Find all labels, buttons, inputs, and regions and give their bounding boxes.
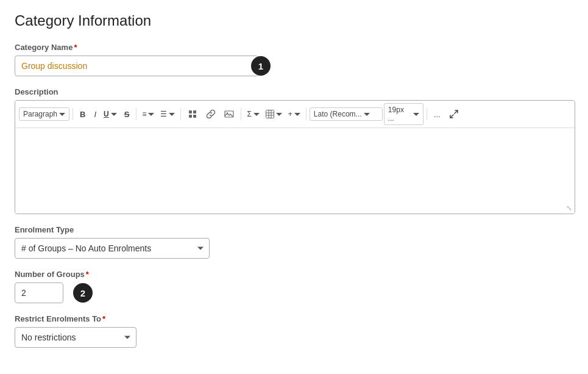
embed-button[interactable] [184, 107, 201, 121]
paragraph-chevron-icon [59, 113, 65, 116]
restrict-enrolments-group: Restrict Enrolments To* No restrictions … [15, 314, 573, 348]
number-of-groups-group: Number of Groups* 2 [15, 270, 573, 303]
size-select[interactable]: 19px ... [384, 103, 423, 125]
fullscreen-button[interactable] [445, 107, 462, 121]
fullscreen-icon [449, 109, 459, 119]
restrict-enrolments-select[interactable]: No restrictions Role based Group based [15, 327, 136, 348]
step-badge-2: 2 [73, 283, 93, 303]
enrolment-type-group: Enrolment Type # of Groups – No Auto Enr… [15, 225, 573, 259]
table-select[interactable] [263, 108, 285, 120]
restrict-enrolments-select-wrapper: No restrictions Role based Group based [15, 327, 136, 348]
image-icon [224, 109, 234, 119]
number-of-groups-wrapper: 2 [15, 282, 93, 303]
toolbar-divider-1 [73, 108, 73, 120]
toolbar-divider-2 [136, 108, 136, 120]
insert-chevron-icon [294, 113, 300, 116]
category-name-label: Category Name* [15, 43, 573, 52]
svg-rect-6 [266, 110, 274, 118]
number-of-groups-label: Number of Groups* [15, 270, 573, 279]
bold-button[interactable]: B [76, 107, 89, 121]
enrolment-type-select-wrapper: # of Groups – No Auto Enrolments Auto En… [15, 238, 210, 259]
number-of-groups-input[interactable] [15, 282, 63, 303]
formula-select[interactable]: Σ [244, 108, 261, 120]
category-name-group: Category Name* 1 [15, 43, 573, 76]
font-select[interactable]: Lato (Recom... [310, 107, 383, 121]
table-icon [266, 110, 274, 118]
font-chevron-icon [364, 113, 370, 116]
table-chevron-icon [276, 113, 282, 116]
description-editor: Paragraph B I U S ≡ ☰ [15, 100, 575, 214]
description-group: Description Paragraph B I U S ≡ [15, 87, 573, 214]
underline-chevron-icon [111, 113, 117, 116]
paragraph-select[interactable]: Paragraph [19, 107, 69, 121]
link-button[interactable] [202, 107, 219, 121]
step-badge-1: 1 [251, 56, 271, 76]
list-chevron-icon [169, 113, 175, 116]
toolbar-divider-6 [427, 108, 427, 120]
svg-rect-3 [193, 115, 196, 118]
toolbar-divider-5 [306, 108, 306, 120]
embed-icon [188, 109, 197, 119]
svg-rect-1 [193, 110, 196, 113]
resize-handle: ⤡ [566, 204, 572, 212]
restrict-enrolments-label: Restrict Enrolments To* [15, 314, 573, 323]
image-button[interactable] [221, 107, 238, 121]
svg-rect-0 [189, 110, 192, 113]
size-chevron-icon [413, 113, 419, 116]
list-select[interactable]: ☰ [158, 108, 177, 120]
align-chevron-icon [148, 113, 154, 116]
category-name-input-wrapper: 1 [15, 56, 258, 76]
toolbar-divider-3 [180, 108, 181, 120]
enrolment-type-select[interactable]: # of Groups – No Auto Enrolments Auto En… [15, 238, 210, 259]
strikethrough-button[interactable]: S [121, 107, 133, 121]
italic-button[interactable]: I [90, 107, 100, 121]
underline-select[interactable]: U [101, 108, 119, 120]
more-button[interactable]: ... [430, 107, 444, 121]
description-label: Description [15, 87, 573, 96]
toolbar-divider-4 [241, 108, 241, 120]
align-select[interactable]: ≡ [140, 108, 157, 120]
category-name-input[interactable] [15, 56, 258, 76]
editor-toolbar: Paragraph B I U S ≡ ☰ [15, 101, 575, 128]
link-icon [206, 109, 216, 119]
svg-rect-2 [189, 115, 192, 118]
formula-chevron-icon [253, 113, 260, 116]
page-title: Category Information [15, 12, 573, 29]
enrolment-type-label: Enrolment Type [15, 225, 573, 234]
insert-select[interactable]: + [286, 108, 303, 120]
editor-body[interactable]: ⤡ [15, 128, 575, 214]
